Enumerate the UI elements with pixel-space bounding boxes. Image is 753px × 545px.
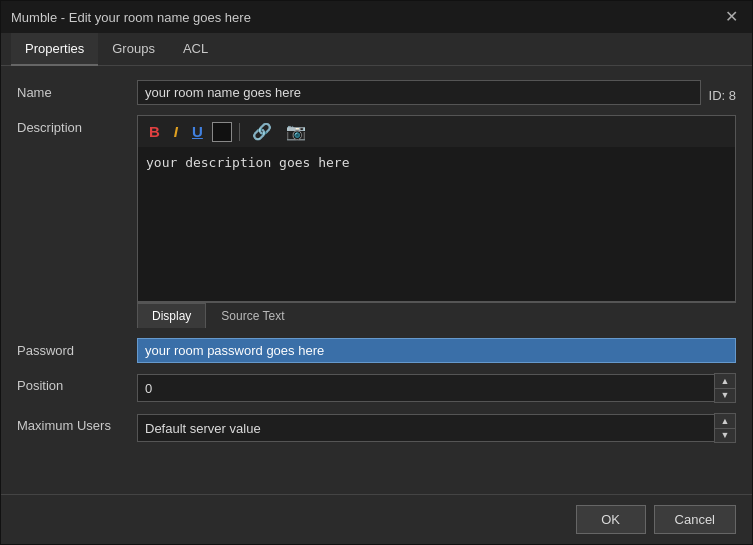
desc-tab-display[interactable]: Display [137, 303, 206, 328]
password-row: Password [17, 338, 736, 363]
tab-acl[interactable]: ACL [169, 33, 222, 66]
password-label: Password [17, 338, 127, 358]
main-tabs: Properties Groups ACL [1, 33, 752, 66]
description-label: Description [17, 115, 127, 135]
cancel-button[interactable]: Cancel [654, 505, 736, 534]
max-users-input[interactable] [137, 414, 714, 442]
name-field-group: ID: 8 [137, 80, 736, 105]
ok-button[interactable]: OK [576, 505, 646, 534]
toolbar-separator [239, 123, 240, 141]
position-row: Position ▲ ▼ [17, 373, 736, 403]
bold-button[interactable]: B [144, 121, 165, 143]
description-toolbar: B I U 🔗 📷 [137, 115, 736, 147]
description-textarea[interactable]: your description goes here [137, 147, 736, 302]
password-field-group [137, 338, 736, 363]
description-row: Description B I U 🔗 📷 your description g… [17, 115, 736, 328]
max-users-spinbox: ▲ ▼ [137, 413, 736, 443]
link-button[interactable]: 🔗 [247, 120, 277, 143]
description-subtabs: Display Source Text [137, 302, 736, 328]
underline-button[interactable]: U [187, 121, 208, 143]
titlebar: Mumble - Edit your room name goes here ✕ [1, 1, 752, 33]
italic-button[interactable]: I [169, 121, 183, 143]
room-id: ID: 8 [709, 83, 736, 103]
max-users-row: Maximum Users ▲ ▼ [17, 413, 736, 443]
max-users-spinbox-buttons: ▲ ▼ [714, 413, 736, 443]
max-users-decrement-button[interactable]: ▼ [715, 428, 735, 442]
tab-groups[interactable]: Groups [98, 33, 169, 66]
close-button[interactable]: ✕ [721, 9, 742, 25]
position-spinbox: ▲ ▼ [137, 373, 736, 403]
position-input[interactable] [137, 374, 714, 402]
name-input[interactable] [137, 80, 701, 105]
image-button[interactable]: 📷 [281, 120, 311, 143]
max-users-increment-button[interactable]: ▲ [715, 414, 735, 428]
password-input[interactable] [137, 338, 736, 363]
name-row: Name ID: 8 [17, 80, 736, 105]
description-editor: B I U 🔗 📷 your description goes here Dis… [137, 115, 736, 328]
color-picker[interactable] [212, 122, 232, 142]
name-label: Name [17, 80, 127, 100]
position-increment-button[interactable]: ▲ [715, 374, 735, 388]
footer: OK Cancel [1, 494, 752, 544]
dialog: Mumble - Edit your room name goes here ✕… [0, 0, 753, 545]
dialog-title: Mumble - Edit your room name goes here [11, 10, 251, 25]
content-area: Name ID: 8 Description B I U 🔗 📷 [1, 66, 752, 494]
desc-tab-source[interactable]: Source Text [206, 303, 299, 328]
position-label: Position [17, 373, 127, 393]
position-spinbox-buttons: ▲ ▼ [714, 373, 736, 403]
position-decrement-button[interactable]: ▼ [715, 388, 735, 402]
max-users-label: Maximum Users [17, 413, 127, 433]
tab-properties[interactable]: Properties [11, 33, 98, 66]
